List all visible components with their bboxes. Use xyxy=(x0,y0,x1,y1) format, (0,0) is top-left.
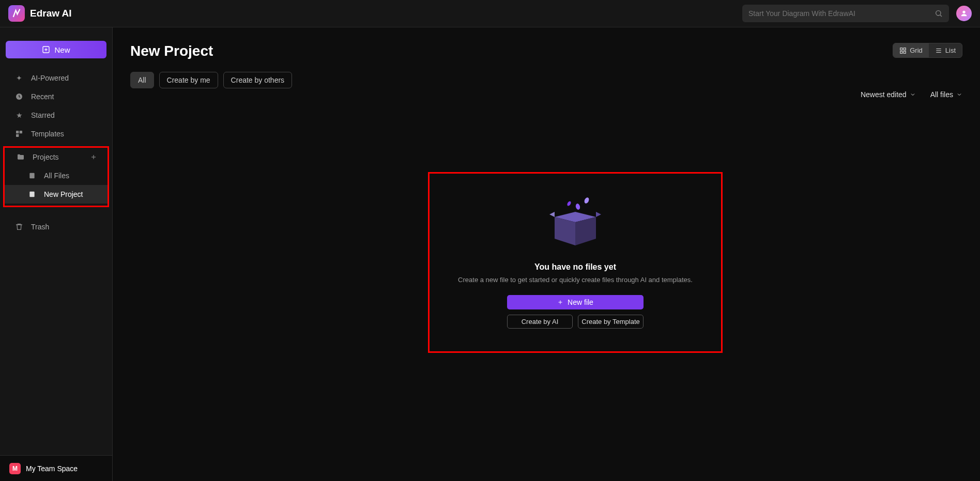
sort-newest-edited[interactable]: Newest edited xyxy=(861,90,916,99)
sparkle-icon: ✦ xyxy=(14,74,24,82)
new-file-button[interactable]: New file xyxy=(507,295,644,309)
svg-rect-16 xyxy=(900,51,902,53)
sidebar-item-trash[interactable]: Trash xyxy=(0,218,112,236)
sidebar-item-label: AI-Powered xyxy=(31,74,69,82)
sidebar-item-templates[interactable]: Templates xyxy=(0,125,112,143)
sidebar: New ✦ AI-Powered Recent ★ Starred Templa… xyxy=(0,27,113,481)
sidebar-item-projects[interactable]: Projects xyxy=(5,148,108,166)
sidebar-item-label: All Files xyxy=(44,172,69,180)
empty-state-highlight-annotation: You have no files yet Create a new file … xyxy=(428,172,723,353)
filter-all-files[interactable]: All files xyxy=(930,90,962,99)
empty-subtitle: Create a new file to get started or quic… xyxy=(458,276,693,284)
new-button[interactable]: New xyxy=(6,41,106,58)
view-toggle: Grid List xyxy=(893,43,962,58)
avatar[interactable] xyxy=(956,6,972,21)
sidebar-item-new-project[interactable]: New Project xyxy=(5,185,108,204)
empty-box-illustration xyxy=(544,196,606,248)
svg-point-2 xyxy=(962,11,965,13)
view-grid-label: Grid xyxy=(910,46,923,54)
sidebar-item-label: Recent xyxy=(31,92,54,101)
svg-rect-8 xyxy=(20,131,22,133)
tab-all[interactable]: All xyxy=(130,72,154,88)
new-button-label: New xyxy=(54,45,70,54)
plus-icon xyxy=(557,299,563,305)
files-icon xyxy=(27,172,37,179)
svg-marker-26 xyxy=(596,212,601,217)
svg-rect-17 xyxy=(904,51,906,53)
sort-label: Newest edited xyxy=(861,90,907,99)
chevron-down-icon xyxy=(910,91,916,98)
chevron-down-icon xyxy=(956,91,962,98)
header: Edraw AI xyxy=(0,0,980,27)
svg-marker-25 xyxy=(549,212,555,217)
sidebar-footer[interactable]: M My Team Space xyxy=(0,455,112,481)
team-label: My Team Space xyxy=(26,464,78,473)
logo-area[interactable]: Edraw AI xyxy=(8,5,72,22)
sidebar-item-all-files[interactable]: All Files xyxy=(5,166,108,185)
search-icon xyxy=(935,9,943,18)
svg-rect-14 xyxy=(900,48,902,50)
svg-line-1 xyxy=(940,15,942,17)
tab-create-by-me[interactable]: Create by me xyxy=(159,72,218,88)
svg-rect-7 xyxy=(16,131,19,133)
page-title: New Project xyxy=(130,43,292,59)
view-grid[interactable]: Grid xyxy=(893,43,929,57)
star-icon: ★ xyxy=(14,111,24,119)
trash-icon xyxy=(14,223,24,231)
add-project-icon[interactable] xyxy=(90,153,97,161)
app-name: Edraw AI xyxy=(30,8,72,19)
sidebar-item-label: Trash xyxy=(31,223,49,231)
sidebar-highlight-annotation: Projects All Files New Project xyxy=(3,146,109,207)
create-by-template-button[interactable]: Create by Template xyxy=(578,315,644,329)
grid-icon xyxy=(899,47,907,54)
sidebar-item-starred[interactable]: ★ Starred xyxy=(0,106,112,125)
svg-rect-15 xyxy=(904,48,906,50)
search-box[interactable] xyxy=(742,5,949,22)
tab-create-by-others[interactable]: Create by others xyxy=(223,72,293,88)
main-content: New Project All Create by me Create by o… xyxy=(113,27,980,481)
new-file-label: New file xyxy=(568,298,593,306)
svg-rect-12 xyxy=(29,173,34,179)
svg-rect-9 xyxy=(16,134,19,137)
svg-point-23 xyxy=(566,200,572,207)
filter-tabs: All Create by me Create by others xyxy=(130,72,292,88)
create-by-ai-button[interactable]: Create by AI xyxy=(507,315,573,329)
sidebar-item-recent[interactable]: Recent xyxy=(0,87,112,106)
templates-icon xyxy=(14,130,24,138)
view-list-label: List xyxy=(945,46,956,54)
plus-box-icon xyxy=(42,45,50,54)
sidebar-item-label: New Project xyxy=(44,190,83,198)
svg-rect-13 xyxy=(29,192,34,197)
view-list[interactable]: List xyxy=(929,43,962,57)
filter-label: All files xyxy=(930,90,953,99)
clock-icon xyxy=(14,92,24,101)
sidebar-item-label: Templates xyxy=(31,130,64,138)
list-icon xyxy=(935,47,942,54)
svg-point-0 xyxy=(936,11,941,15)
svg-point-22 xyxy=(575,203,581,210)
empty-title: You have no files yet xyxy=(534,262,616,272)
sidebar-item-ai-powered[interactable]: ✦ AI-Powered xyxy=(0,69,112,87)
folder-icon xyxy=(16,153,25,161)
app-logo-icon xyxy=(8,5,25,22)
sidebar-item-label: Starred xyxy=(31,111,55,119)
sidebar-item-label: Projects xyxy=(33,153,59,161)
team-badge: M xyxy=(9,463,21,474)
svg-point-21 xyxy=(584,197,590,204)
search-input[interactable] xyxy=(748,9,930,18)
project-icon xyxy=(27,191,37,198)
